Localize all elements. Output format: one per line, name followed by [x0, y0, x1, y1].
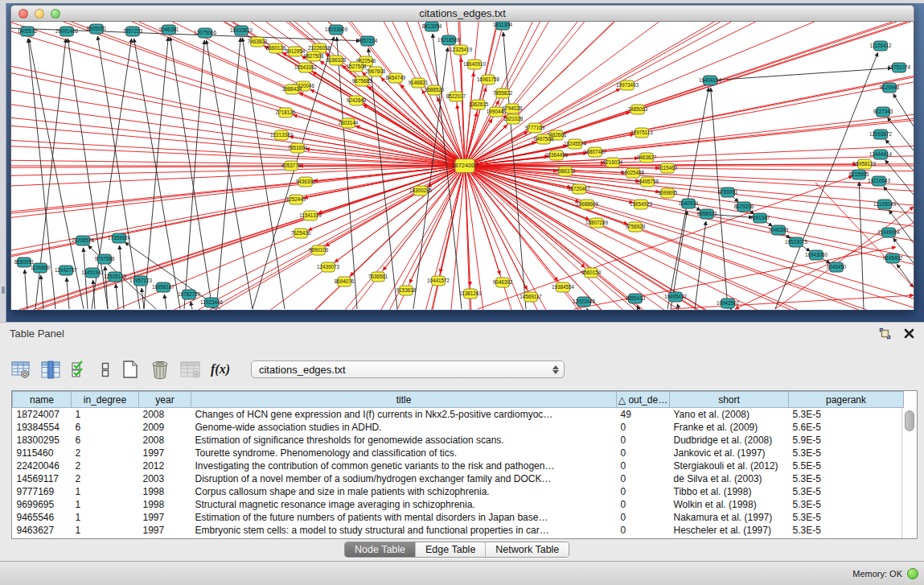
column-header-name[interactable]: name: [13, 392, 72, 408]
column-header-short[interactable]: short: [670, 392, 789, 408]
graph-node-label: 9146821: [409, 80, 429, 85]
float-window-icon[interactable]: [879, 328, 892, 340]
cell-year: 2008: [139, 408, 191, 421]
collapsed-side-panel[interactable]: [0, 3, 6, 322]
function-builder-label: f(x): [211, 362, 230, 377]
vertical-scrollbar[interactable]: [901, 408, 917, 538]
cell-in_degree: 6: [72, 421, 139, 434]
table-panel: Table Panel: [0, 322, 924, 561]
graph-node-label: 8505051: [87, 26, 107, 31]
graph-node-label: 12439073: [317, 264, 340, 270]
tab-network-table[interactable]: Network Table: [485, 542, 569, 557]
cell-out_degree: 0: [617, 447, 670, 459]
network-window-titlebar[interactable]: citations_edges.txt: [10, 5, 914, 22]
graph-node-label: 23226058: [308, 45, 331, 51]
graph-edge: [368, 48, 397, 309]
graph-node-label: 9046381: [159, 27, 179, 32]
table-row[interactable]: 946554611997Estimation of the future num…: [13, 511, 904, 524]
graph-node-label: 13654923: [630, 201, 653, 207]
table-selector-value: citations_edges.txt: [259, 364, 552, 376]
table-row[interactable]: 977716911998Corpus callosum shape and si…: [13, 485, 904, 498]
tab-node-table[interactable]: Node Table: [345, 542, 415, 557]
graph-node-label: 9129946: [880, 84, 900, 90]
graph-edge: [191, 302, 192, 309]
graph-node-label: 16958167: [152, 284, 175, 290]
column-header-pagerank[interactable]: pagerank: [789, 392, 904, 408]
graph-edge: [93, 280, 95, 309]
graph-node-label: 16543382: [294, 64, 318, 70]
graph-node-label: 8522037: [446, 93, 466, 99]
cell-year: 1998: [139, 485, 191, 498]
graph-node-label: 18640910: [463, 61, 487, 67]
column-header-year[interactable]: year: [139, 392, 191, 408]
column-edit-icon[interactable]: [41, 360, 61, 379]
graph-node-label: 7855822: [493, 90, 513, 96]
cell-in_degree: 1: [72, 524, 139, 537]
column-header-title[interactable]: title: [191, 392, 617, 408]
network-window: citations_edges.txt 18724007746382286601…: [10, 5, 914, 311]
graph-edge: [25, 270, 27, 309]
graph-node-label: 19218506: [437, 37, 461, 43]
memory-status-dot[interactable]: [907, 568, 918, 579]
graph-edge: [164, 295, 166, 309]
graph-edge: [717, 68, 892, 80]
graph-nodes: 1872400774638228660128591295423226058982…: [14, 22, 911, 308]
graph-node-label: 9827508: [304, 53, 324, 59]
zoom-window-button[interactable]: [51, 9, 60, 19]
graph-node-label: 1640934: [679, 200, 699, 206]
table-row[interactable]: 946362711997Embryonic stem cells: a mode…: [13, 524, 904, 537]
table-row[interactable]: 911546021997Tourette syndrome. Phenomeno…: [13, 447, 904, 459]
table-row[interactable]: 1938455462009Genome-wide association stu…: [13, 421, 904, 434]
trash-icon[interactable]: [150, 360, 170, 380]
graph-edge: [766, 222, 773, 226]
cell-pagerank: 5.9E-5: [789, 434, 904, 447]
close-window-button[interactable]: [18, 9, 28, 19]
graph-node-label: 14569117: [519, 294, 542, 299]
table-row[interactable]: 969969511998Structural magnetic resonanc…: [13, 498, 904, 511]
table-row[interactable]: 1872400712008Changes of HCN gene express…: [13, 408, 904, 421]
graph-node-label: 20091406: [55, 28, 79, 34]
table-selector[interactable]: citations_edges.txt: [251, 360, 565, 378]
network-view[interactable]: 1872400774638228660128591295423226058982…: [10, 22, 914, 310]
cell-in_degree: 2: [72, 447, 139, 459]
column-header-in_degree[interactable]: in_degree: [72, 392, 139, 408]
column-header-out_degree[interactable]: △ out_de…: [617, 392, 670, 408]
graph-node-label: 7851694: [288, 145, 308, 150]
table-row[interactable]: 2242004622012Investigating the contribut…: [13, 459, 904, 472]
cell-title: Structural magnetic resonance image aver…: [191, 498, 617, 511]
cell-out_degree: 0: [617, 524, 670, 537]
table-mode-tabs: Node TableEdge TableNetwork Table: [344, 542, 569, 558]
stacked-squares-icon[interactable]: [100, 360, 111, 379]
graph-node-label: 7625436: [291, 230, 311, 236]
tab-edge-table[interactable]: Edge Table: [415, 542, 485, 557]
cell-title: Investigating the contribution of common…: [191, 459, 617, 472]
cell-pagerank: 5.3E-5: [789, 511, 904, 524]
table-settings-icon[interactable]: [11, 360, 31, 379]
scrollbar-thumb[interactable]: [905, 410, 914, 431]
close-icon[interactable]: [904, 328, 914, 339]
side-panel-grip[interactable]: [2, 286, 5, 294]
graph-node-label: 16782759: [178, 291, 201, 297]
cell-in_degree: 1: [72, 408, 139, 421]
cell-year: 2009: [139, 421, 191, 434]
cell-name: 9699695: [13, 498, 72, 511]
graph-node-label: 16033810: [230, 27, 253, 33]
row-checks-icon[interactable]: [71, 360, 90, 379]
minimize-window-button[interactable]: [35, 9, 44, 19]
cell-short: Jankovic et al. (1997): [670, 447, 789, 459]
cell-year: 1997: [139, 447, 191, 459]
network-canvas[interactable]: 1872400774638228660128591295423226058982…: [11, 22, 914, 310]
table-row[interactable]: 1830029562008Estimation of significance …: [13, 434, 904, 447]
cell-title: Corpus callosum shape and size in male p…: [191, 485, 617, 498]
graph-node-label: 12923446: [200, 299, 224, 305]
cell-title: Estimation of significance thresholds fo…: [191, 434, 617, 447]
cell-short: Yano et al. (2008): [670, 408, 789, 421]
graph-node-label: 1362615: [469, 101, 489, 107]
table-row[interactable]: 1456911722003Disruption of a novel membe…: [13, 472, 904, 485]
function-builder-icon[interactable]: f(x): [211, 362, 230, 377]
new-document-icon[interactable]: [121, 360, 140, 379]
graph-node-label: 9756928: [626, 224, 646, 229]
cytoscape-desktop: citations_edges.txt 18724007746382286601…: [0, 0, 924, 322]
graph-edge: [671, 295, 914, 309]
graph-edge: [67, 278, 69, 309]
